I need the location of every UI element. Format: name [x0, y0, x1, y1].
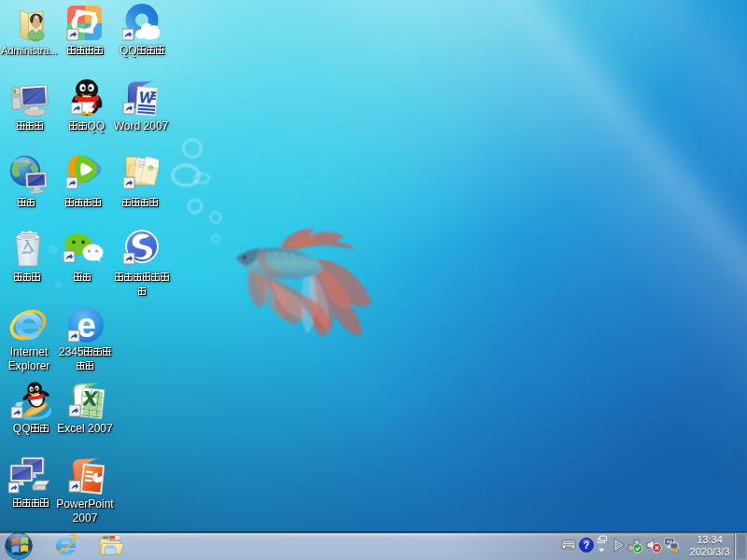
svg-text:?: ? — [584, 539, 589, 551]
